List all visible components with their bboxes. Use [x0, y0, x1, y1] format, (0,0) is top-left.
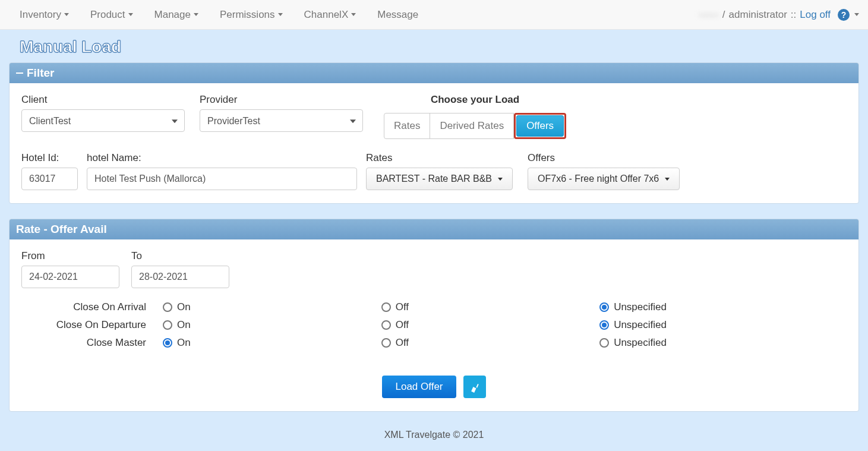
radio-mark-icon — [163, 338, 172, 348]
top-navbar: Inventory Product Manage Permissions Cha… — [0, 0, 868, 30]
nav-label: Permissions — [220, 9, 275, 21]
highlight-annotation: Offers — [514, 113, 566, 139]
filter-panel-title: Filter — [27, 67, 54, 80]
help-icon[interactable]: ? — [838, 9, 850, 21]
tab-offers[interactable]: Offers — [516, 115, 564, 137]
from-date-input[interactable] — [21, 266, 119, 288]
logoff-link[interactable]: Log off — [800, 9, 831, 21]
chevron-down-icon — [665, 178, 670, 181]
chevron-down-icon — [128, 13, 133, 16]
radio-on[interactable]: On — [158, 337, 371, 349]
nav-right: ------ / administrator :: Log off ? — [699, 9, 859, 21]
chevron-down-icon — [194, 13, 198, 16]
radio-option-label: Off — [396, 337, 409, 349]
client-select[interactable]: ClientTest — [21, 109, 185, 132]
radio-option-label: Off — [396, 319, 409, 331]
close-row-label: Close Master — [33, 337, 152, 349]
radio-mark-icon — [599, 320, 609, 330]
radio-option-label: Unspecified — [614, 319, 667, 331]
nav-label: Message — [377, 9, 418, 21]
nav-sep: :: — [791, 9, 796, 21]
radio-off[interactable]: Off — [377, 301, 589, 313]
avail-panel-header: Rate - Offer Avail — [10, 219, 858, 239]
to-date-input[interactable] — [131, 266, 229, 288]
nav-label: Inventory — [20, 9, 61, 21]
choose-load-label: Choose your Load — [384, 94, 566, 106]
chevron-down-icon[interactable] — [854, 13, 859, 16]
nav-left: Inventory Product Manage Permissions Cha… — [9, 0, 699, 30]
nav-label: Product — [90, 9, 125, 21]
radio-on[interactable]: On — [158, 319, 371, 331]
hotel-name-label: hotel Name: — [87, 152, 357, 164]
offers-dropdown-value: OF7x6 - Free night Offer 7x6 — [538, 174, 659, 184]
nav-inventory[interactable]: Inventory — [9, 0, 80, 30]
radio-unspecified[interactable]: Unspecified — [595, 301, 847, 313]
hotel-id-label: Hotel Id: — [21, 152, 78, 164]
broom-icon — [469, 381, 481, 393]
nav-slash: / — [722, 9, 725, 21]
provider-select[interactable]: ProviderTest — [200, 109, 363, 132]
close-row-label: Close On Departure — [33, 319, 152, 331]
filter-panel-body: Client ClientTest Provider ProviderTest … — [10, 83, 858, 203]
radio-mark-icon — [381, 338, 391, 348]
tab-rates[interactable]: Rates — [384, 113, 430, 139]
hotel-id-input[interactable] — [21, 168, 78, 190]
radio-unspecified[interactable]: Unspecified — [595, 337, 847, 349]
radio-off[interactable]: Off — [377, 337, 589, 349]
filter-panel: Filter Client ClientTest Provider Provid… — [9, 62, 859, 204]
nav-message[interactable]: Message — [367, 0, 429, 30]
nav-label: ChannelX — [304, 9, 349, 21]
nav-channelx[interactable]: ChannelX — [293, 0, 367, 30]
chevron-down-icon — [64, 13, 69, 16]
avail-panel-body: From To Close On ArrivalOnOffUnspecified… — [10, 239, 858, 411]
radio-option-label: Unspecified — [614, 301, 667, 313]
filter-panel-header[interactable]: Filter — [10, 63, 858, 83]
radio-option-label: Unspecified — [614, 337, 667, 349]
provider-label: Provider — [200, 94, 363, 106]
radio-option-label: On — [177, 337, 191, 349]
radio-off[interactable]: Off — [377, 319, 589, 331]
chevron-down-icon — [278, 13, 283, 16]
nav-product[interactable]: Product — [80, 0, 144, 30]
nav-role: administrator — [729, 9, 787, 21]
tab-derived-rates[interactable]: Derived Rates — [430, 113, 514, 139]
footer-text: XML Travelgate © 2021 — [9, 430, 859, 440]
radio-mark-icon — [599, 302, 609, 312]
hotel-name-input[interactable] — [87, 168, 357, 190]
rates-dropdown[interactable]: BARTEST - Rate BAR B&B — [366, 168, 513, 190]
client-label: Client — [21, 94, 185, 106]
radio-mark-icon — [163, 320, 172, 330]
nav-label: Manage — [154, 9, 191, 21]
avail-panel-title: Rate - Offer Avail — [16, 223, 107, 236]
radio-on[interactable]: On — [158, 301, 371, 313]
load-offer-button[interactable]: Load Offer — [382, 376, 456, 398]
rates-dd-label: Rates — [366, 152, 513, 164]
offers-dropdown[interactable]: OF7x6 - Free night Offer 7x6 — [528, 168, 680, 190]
chevron-down-icon — [351, 13, 356, 16]
radio-option-label: Off — [396, 301, 409, 313]
radio-unspecified[interactable]: Unspecified — [595, 319, 847, 331]
chevron-down-icon — [498, 178, 503, 181]
rates-dropdown-value: BARTEST - Rate BAR B&B — [376, 174, 492, 184]
clear-button[interactable] — [463, 376, 486, 398]
page-title: Manual Load — [20, 37, 856, 56]
collapse-icon — [16, 70, 23, 77]
radio-option-label: On — [177, 301, 191, 313]
nav-permissions[interactable]: Permissions — [209, 0, 293, 30]
nav-manage[interactable]: Manage — [144, 0, 209, 30]
to-label: To — [131, 250, 229, 262]
avail-panel: Rate - Offer Avail From To Close On Arri… — [9, 219, 859, 412]
radio-option-label: On — [177, 319, 191, 331]
offers-dd-label: Offers — [528, 152, 680, 164]
user-name-masked: ------ — [699, 9, 719, 21]
close-options-grid: Close On ArrivalOnOffUnspecifiedClose On… — [33, 301, 847, 349]
load-type-tabs: Rates Derived Rates Offers — [384, 113, 566, 139]
radio-mark-icon — [381, 320, 391, 330]
radio-mark-icon — [163, 302, 172, 312]
close-row-label: Close On Arrival — [33, 301, 152, 313]
from-label: From — [21, 250, 119, 262]
radio-mark-icon — [599, 338, 609, 348]
page: Manual Load Filter Client ClientTest Pro… — [0, 30, 868, 451]
radio-mark-icon — [381, 302, 391, 312]
